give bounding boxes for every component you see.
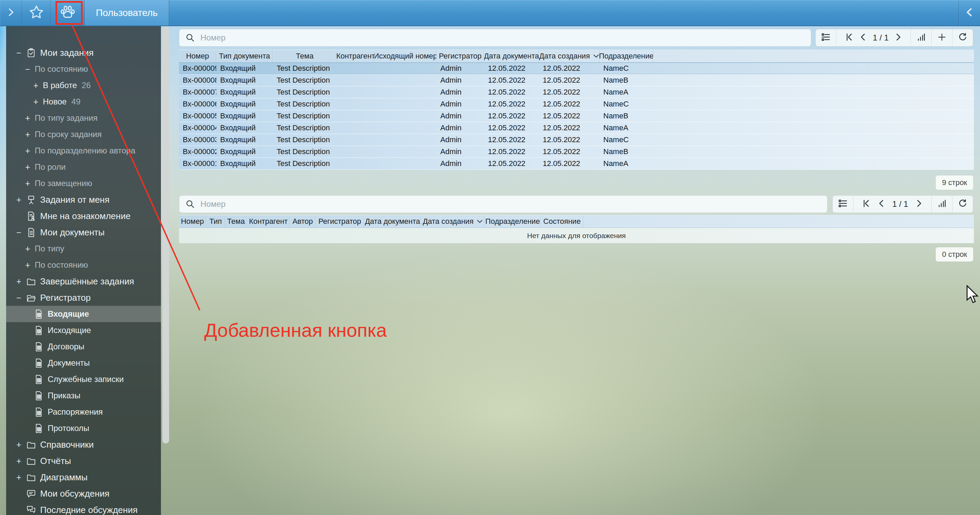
table-cell: NameA [600,122,653,134]
plus-expander-icon[interactable]: + [25,130,35,140]
expand-sidebar-button[interactable] [0,0,22,25]
plus-expander-icon[interactable]: + [25,260,35,270]
plus-expander-icon[interactable]: + [25,179,35,188]
sidebar-item-in-progress[interactable]: +В работе26 [6,77,161,94]
plus-expander-icon[interactable]: + [25,113,35,123]
table-row[interactable]: Вх-000006ВходящийTest DescriptionAdmin12… [179,98,974,110]
prev-page-button[interactable] [877,198,887,210]
sidebar-item-for-my-review[interactable]: Мне на ознакомление [6,208,161,224]
sidebar-item-new[interactable]: +Новое49 [6,94,161,110]
sidebar-item-orders[interactable]: Приказы [6,388,161,404]
user-tab[interactable]: Пользователь [85,0,169,25]
column-header[interactable]: Состояние [541,215,583,227]
table-row[interactable]: Вх-000003ВходящийTest DescriptionAdmin12… [179,134,974,146]
table-row[interactable]: Вх-000004ВходящийTest DescriptionAdmin12… [179,122,974,134]
plus-expander-icon[interactable]: + [25,244,35,254]
sidebar-item-diagrams[interactable]: +Диаграммы [6,469,161,485]
minus-expander-icon[interactable]: − [25,64,35,74]
column-header[interactable]: Контрагент [247,215,290,227]
column-header[interactable]: Подразделение [485,215,541,227]
added-paw-button[interactable] [51,0,85,25]
sidebar-item-my-discussions[interactable]: Мои обсуждения [6,485,161,502]
plus-expander-icon[interactable]: + [16,277,26,286]
column-header[interactable]: Регистратор [437,50,484,62]
column-label: Состояние [543,217,581,226]
documents-search-input[interactable] [200,33,805,43]
sidebar-item-protocols[interactable]: Протоколы [6,420,161,436]
sidebar-item-by-author-department[interactable]: +По подразделению автора [6,143,161,159]
plus-expander-icon[interactable]: + [25,162,35,172]
column-header[interactable]: Контрагент [337,50,375,62]
plus-expander-icon[interactable]: + [16,456,26,466]
column-header[interactable]: Тема [225,215,247,227]
column-header[interactable]: Номер [179,50,216,62]
chart-view-button[interactable] [931,196,952,213]
sidebar-item-my-tasks[interactable]: −Мои задания [6,45,161,61]
column-header[interactable]: Тип документа [216,50,273,62]
sidebar-item-by-task-type[interactable]: +По типу задания [6,110,161,126]
table-row[interactable]: Вх-000005ВходящийTest DescriptionAdmin12… [179,110,974,122]
column-header[interactable]: Тема [273,50,337,62]
table-row[interactable]: Вх-000002ВходящийTest DescriptionAdmin12… [179,146,974,158]
column-header[interactable]: Исходящий номер [375,50,437,62]
plus-expander-icon[interactable]: + [16,440,26,450]
first-page-button[interactable] [844,32,854,43]
column-header[interactable]: Дата создания [421,215,485,227]
table-row[interactable]: Вх-000009ВходящийTest DescriptionAdmin12… [179,63,974,75]
add-document-button[interactable] [931,29,952,46]
sidebar-item-by-substitution[interactable]: +По замещению [6,175,161,192]
sidebar-item-registrar[interactable]: −Регистратор [6,289,161,306]
column-header[interactable]: Регистратор [316,215,364,227]
column-label: Подразделение [485,217,540,226]
sidebar-item-tasks-from-me[interactable]: +Задания от меня [6,192,161,208]
refresh-button[interactable] [952,196,973,213]
first-page-button[interactable] [861,198,871,210]
sidebar-item-by-state-docs[interactable]: +По состоянию [6,257,161,273]
sidebar-item-by-role[interactable]: +По роли [6,159,161,175]
sidebar-item-completed-tasks[interactable]: +Завершённые задания [6,273,161,289]
sidebar-item-outgoing[interactable]: Исходящие [6,322,161,339]
sidebar-item-reports[interactable]: +Отчёты [6,453,161,469]
minus-expander-icon[interactable]: − [16,48,26,58]
plus-expander-icon[interactable]: + [33,97,43,107]
prev-page-button[interactable] [858,32,869,43]
column-header[interactable]: Подразделение [600,50,653,62]
column-header[interactable]: Дата создания [539,50,600,62]
plus-expander-icon[interactable]: + [16,472,26,482]
sidebar-item-memos[interactable]: Служебные записки [6,371,161,388]
sidebar-scrollbar[interactable] [162,26,169,443]
sidebar-item-documents[interactable]: Документы [6,355,161,371]
table-row[interactable]: Вх-000001ВходящийTest DescriptionAdmin12… [179,158,974,170]
column-header[interactable]: Дата документа [484,50,539,62]
column-header[interactable]: Дата документа [364,215,421,227]
next-page-button[interactable] [893,32,903,43]
sidebar-item-directives[interactable]: Распоряжения [6,404,161,420]
chart-view-button[interactable] [911,29,931,46]
sidebar-item-incoming[interactable]: Входящие [6,306,161,322]
column-header[interactable]: Автор [290,215,316,227]
minus-expander-icon[interactable]: − [16,227,26,237]
minus-expander-icon[interactable]: − [16,293,26,303]
sidebar-item-by-state[interactable]: −По состоянию [6,61,161,77]
view-list-button[interactable] [816,29,836,46]
column-header[interactable]: Тип [206,215,225,227]
plus-expander-icon[interactable]: + [33,81,43,91]
sidebar-item-label: Входящие [48,309,89,319]
sidebar-item-by-task-deadline[interactable]: +По сроку задания [6,126,161,143]
sidebar-item-reference-books[interactable]: +Справочники [6,436,161,453]
table-row[interactable]: Вх-000007ВходящийTest DescriptionAdmin12… [179,86,974,98]
sidebar-item-my-documents[interactable]: −Мои документы [6,224,161,240]
collapse-panel-button[interactable] [959,0,980,25]
favorites-button[interactable] [22,0,51,25]
next-page-button[interactable] [914,198,924,210]
refresh-button[interactable] [952,29,973,46]
sidebar-item-contracts[interactable]: Договоры [6,339,161,355]
sidebar-item-by-type[interactable]: +По типу [6,240,161,257]
related-search-input[interactable] [200,199,821,209]
column-header[interactable]: Номер [179,215,206,227]
plus-expander-icon[interactable]: + [25,146,35,156]
plus-expander-icon[interactable]: + [16,195,26,205]
view-list-button[interactable] [833,196,853,213]
sidebar-item-recent-discussions[interactable]: Последние обсуждения [6,502,161,515]
table-row[interactable]: Вх-000008ВходящийTest DescriptionAdmin12… [179,75,974,86]
